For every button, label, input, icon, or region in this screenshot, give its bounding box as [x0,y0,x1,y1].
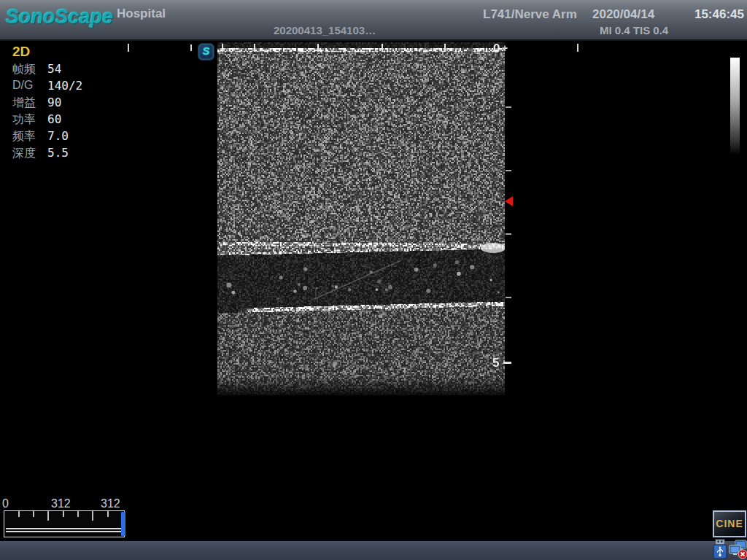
ultrasound-screen: SonoScape Hospital L741/Nerve Arm 2020/0… [0,0,747,560]
depth-scale-bottom-label: 5 [492,356,499,370]
depth-tick-4cm [506,297,511,298]
focus-position-marker [505,196,513,206]
grayscale-bar [730,58,740,155]
ultrasound-image[interactable] [217,42,505,395]
cine-tick [18,511,20,517]
param-row-dg: D/G 140/2 [12,79,136,96]
param-row-framerate: 帧频 54 [12,62,136,79]
cine-tick [77,511,79,517]
network-disconnected-icon[interactable] [729,539,747,559]
probe-orientation-marker: S [198,43,214,61]
depth-tick-1cm [506,106,511,108]
depth-scale-top-label: 0 [493,42,500,56]
cine-tick [107,511,109,517]
param-row-gain: 增益 90 [12,96,136,112]
top-status-bar: SonoScape Hospital L741/Nerve Arm 2020/0… [0,0,747,41]
date-label: 2020/04/14 [592,7,654,22]
cine-total-label: 312 [101,497,120,510]
param-label: 深度 [12,146,36,161]
param-value: 7.0 [47,129,69,143]
depth-tick-2cm [506,170,511,171]
param-value: 90 [47,96,61,109]
sonoscape-logo: SonoScape [6,6,113,28]
depth-tick-3cm [506,233,511,235]
bottom-taskbar [0,541,747,560]
exam-id-label: 20200413_154103… [274,24,376,36]
param-value: 5.5 [47,146,69,160]
cine-tick [63,511,64,517]
cine-start-label: 0 [2,497,9,510]
ultrasound-speckle-canvas [217,42,505,395]
param-label: D/G [12,79,33,92]
param-label: 功率 [12,112,36,128]
cine-track-line [6,531,121,532]
usb-icon[interactable] [711,539,729,559]
param-label: 频率 [12,129,36,144]
probe-preset-label: L741/Nerve Arm [483,7,577,22]
cine-tick [92,511,93,521]
cine-tick [33,511,34,517]
depth-scale-top-tick: + [502,42,508,54]
param-row-depth: 深度 5.5 [12,146,136,163]
cine-current-label: 312 [51,497,71,510]
param-value: 140/2 [47,79,82,93]
param-value: 60 [47,112,61,126]
param-row-power: 功率 60 [12,112,136,129]
cine-track-line [6,528,121,529]
depth-tick-5cm [503,362,511,364]
tgc-tick [577,44,578,52]
tgc-tick [190,44,192,51]
param-label: 增益 [12,96,36,111]
param-value: 54 [47,62,61,76]
param-label: 帧频 [12,62,36,77]
mi-tis-label: MI 0.4 TIS 0.4 [600,24,668,36]
time-label: 15:46:45 [694,7,744,22]
hospital-name: Hospital [117,7,166,21]
cine-loop-bar[interactable] [4,510,125,537]
mode-2d-label: 2D [12,44,30,60]
cine-position-cursor[interactable] [121,512,125,536]
param-row-frequency: 频率 7.0 [12,129,136,146]
cine-button[interactable]: CINE [713,510,746,537]
tgc-tick [128,44,129,52]
cine-tick [47,511,49,521]
orientation-letter: S [198,44,214,57]
